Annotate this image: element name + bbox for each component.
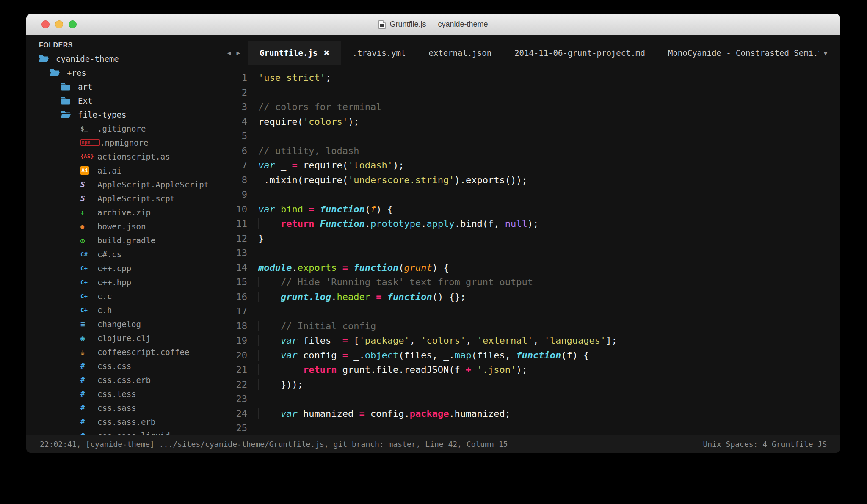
tree-folder-cyanide-theme[interactable]: cyanide-theme — [26, 52, 221, 66]
tree-file-clojure-clj[interactable]: ◉clojure.clj — [26, 331, 221, 345]
document-icon — [378, 20, 386, 29]
tree-file-css-sass-liquid[interactable]: #css.sass.liquid — [26, 429, 221, 435]
tree-file-gitignore[interactable]: $_.gitignore — [26, 121, 221, 135]
tree-item-label: css.css.erb — [97, 375, 151, 385]
code-line-17[interactable]: 17 — [221, 304, 840, 319]
titlebar[interactable]: Gruntfile.js — cyanide-theme — [26, 14, 840, 35]
window-title-group: Gruntfile.js — cyanide-theme — [378, 20, 488, 29]
code-line-15[interactable]: 15 // Hide 'Running task' text from grun… — [221, 275, 840, 290]
tree-file-ai-ai[interactable]: Aiai.ai — [26, 163, 221, 177]
tree-file-c-cpp[interactable]: C+c++.cpp — [26, 261, 221, 275]
tree-file-applescript-scpt[interactable]: SAppleScript.scpt — [26, 191, 221, 205]
code-line-content: var bind = function(f) { — [258, 202, 393, 217]
code-line-3[interactable]: 3// colors for terminal — [221, 100, 840, 115]
code-line-12[interactable]: 12} — [221, 231, 840, 246]
tree-file-coffeescript-coffee[interactable]: ☕coffeescript.coffee — [26, 345, 221, 359]
code-line-content: return grunt.file.readJSON(f + '.json'); — [258, 363, 527, 377]
code-editor[interactable]: 1'use strict';23// colors for terminal4r… — [221, 65, 840, 435]
tree-folder-ext[interactable]: Ext — [26, 94, 221, 107]
tree-item-label: coffeescript.coffee — [97, 347, 189, 357]
code-line-9[interactable]: 9 — [221, 187, 840, 202]
tree-file-c-h[interactable]: C+c.h — [26, 303, 221, 317]
tab-close-icon[interactable]: ✖ — [323, 49, 329, 57]
tree-file-actionscript-as[interactable]: {AS}actionscript.as — [26, 149, 221, 163]
tree-folder-file-types[interactable]: file-types — [26, 107, 221, 121]
tab-label: external.json — [428, 48, 491, 58]
line-number: 21 — [221, 363, 247, 377]
coffee-icon: ☕ — [80, 348, 97, 356]
line-number: 7 — [221, 158, 247, 173]
code-line-content: // Hide 'Running task' text from grunt o… — [258, 275, 533, 290]
code-line-20[interactable]: 20 var config = _.object(files, _.map(fi… — [221, 348, 840, 363]
status-right-text: Unix Spaces: 4 Gruntfile JS — [703, 440, 827, 449]
code-line-content: var files = ['package', 'colors', 'exter… — [258, 333, 617, 348]
line-number: 4 — [221, 115, 247, 129]
code-line-25[interactable]: 25 — [221, 421, 840, 435]
minimize-window-button[interactable] — [55, 20, 63, 28]
code-line-7[interactable]: 7var _ = require('lodash'); — [221, 158, 840, 173]
code-line-24[interactable]: 24 var humanized = config.package.humani… — [221, 407, 840, 421]
tree-folder-art[interactable]: art — [26, 80, 221, 94]
code-line-13[interactable]: 13 — [221, 246, 840, 261]
tree-item-label: file-types — [78, 110, 126, 119]
code-line-23[interactable]: 23 — [221, 392, 840, 407]
folder-open-icon — [61, 111, 78, 118]
main-content: FOLDERS cyanide-theme+resartExtfile-type… — [26, 35, 840, 435]
tree-file-archive-zip[interactable]: ↕archive.zip — [26, 205, 221, 219]
tree-file-css-css-erb[interactable]: #css.css.erb — [26, 373, 221, 387]
code-line-8[interactable]: 8_.mixin(require('underscore.string').ex… — [221, 173, 840, 188]
tree-item-label: AppleScript.AppleScript — [97, 180, 209, 189]
code-line-11[interactable]: 11 return Function.prototype.apply.bind(… — [221, 217, 840, 231]
code-line-1[interactable]: 1'use strict'; — [221, 71, 840, 85]
tab-overflow-icon[interactable]: ▼ — [823, 49, 828, 57]
tab-back-icon[interactable]: ◀ — [224, 49, 234, 57]
tree-file-bower-json[interactable]: ●bower.json — [26, 219, 221, 233]
tree-file-c-hpp[interactable]: C+c++.hpp — [26, 275, 221, 289]
gradle-icon: ◎ — [80, 236, 97, 245]
tree-file-css-sass[interactable]: #css.sass — [26, 401, 221, 415]
code-line-16[interactable]: 16 grunt.log.header = function() {}; — [221, 290, 840, 305]
tree-file-c-c[interactable]: C+c.c — [26, 289, 221, 303]
tree-folder-res[interactable]: +res — [26, 66, 221, 80]
code-line-6[interactable]: 6// utility, lodash — [221, 144, 840, 159]
tab-forward-icon[interactable]: ▶ — [234, 49, 243, 57]
zoom-window-button[interactable] — [69, 20, 77, 28]
code-line-content: })); — [258, 377, 303, 392]
code-line-5[interactable]: 5 — [221, 129, 840, 144]
tree-file-npmignore[interactable]: npm.npmignore — [26, 135, 221, 149]
code-line-22[interactable]: 22 })); — [221, 377, 840, 392]
tree-item-label: clojure.clj — [97, 333, 151, 343]
code-line-18[interactable]: 18 // Initial config — [221, 319, 840, 334]
code-line-4[interactable]: 4require('colors'); — [221, 115, 840, 129]
tree-item-label: css.css — [97, 361, 131, 371]
code-line-10[interactable]: 10var bind = function(f) { — [221, 202, 840, 217]
tree-file-css-less[interactable]: #css.less — [26, 387, 221, 401]
tab-2014-11-06-grunt-project-md[interactable]: 2014-11-06-grunt-project.md — [503, 41, 657, 65]
terminal-icon: $_ — [80, 125, 97, 132]
code-line-19[interactable]: 19 var files = ['package', 'colors', 'ex… — [221, 333, 840, 348]
tree-file-applescript-applescript[interactable]: SAppleScript.AppleScript — [26, 177, 221, 191]
tree-file-changelog[interactable]: ≡changelog — [26, 317, 221, 331]
tab-monocyanide-constrasted-semi-tmtheme[interactable]: MonoCyanide - Constrasted Semi.tmTheme — [657, 41, 819, 65]
tree-file-css-sass-erb[interactable]: #css.sass.erb — [26, 415, 221, 429]
code-line-content: return Function.prototype.apply.bind(f, … — [258, 217, 538, 231]
zip-icon: ↕ — [80, 208, 97, 216]
line-number: 10 — [221, 202, 247, 217]
close-window-button[interactable] — [41, 20, 50, 28]
tree-file-build-gradle[interactable]: ◎build.gradle — [26, 233, 221, 247]
css-icon: # — [80, 362, 97, 370]
tab-travis-yml[interactable]: .travis.yml — [341, 41, 417, 65]
tab-list: Gruntfile.js✖.travis.ymlexternal.json201… — [248, 35, 819, 65]
window-title: Gruntfile.js — cyanide-theme — [389, 20, 488, 29]
code-line-14[interactable]: 14module.exports = function(grunt) { — [221, 261, 840, 275]
tab-gruntfile-js[interactable]: Gruntfile.js✖ — [248, 41, 341, 65]
css-icon: # — [80, 432, 97, 435]
tree-file-css-css[interactable]: #css.css — [26, 359, 221, 373]
tree-file-c-cs[interactable]: C#c#.cs — [26, 247, 221, 261]
code-line-2[interactable]: 2 — [221, 85, 840, 100]
changelog-icon: ≡ — [80, 319, 97, 328]
code-line-21[interactable]: 21 return grunt.file.readJSON(f + '.json… — [221, 363, 840, 377]
tree-item-label: +res — [67, 68, 86, 77]
line-number: 5 — [221, 129, 247, 144]
tab-external-json[interactable]: external.json — [417, 41, 503, 65]
